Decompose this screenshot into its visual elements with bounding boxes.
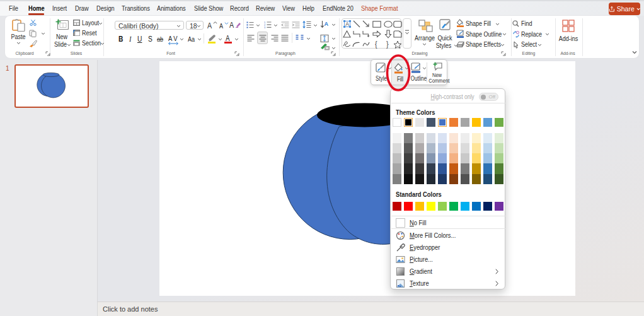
svg-text:A: A [345, 21, 349, 27]
svg-text:A: A [325, 21, 329, 27]
svg-text:3: 3 [264, 26, 266, 28]
